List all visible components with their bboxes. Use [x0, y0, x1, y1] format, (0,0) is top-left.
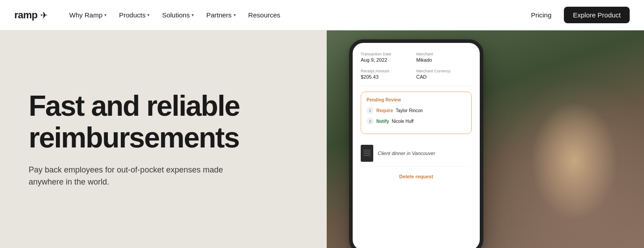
receipt-thumbnail — [361, 145, 373, 162]
pending-review-box: Pending Review 1 Require Taylor Rincon 2… — [361, 92, 472, 134]
chevron-down-icon: ▾ — [234, 13, 236, 17]
pricing-link[interactable]: Pricing — [525, 8, 557, 22]
logo-text: ramp — [14, 9, 38, 21]
pending-title: Pending Review — [367, 97, 466, 102]
nav-item-partners[interactable]: Partners ▾ — [201, 8, 241, 22]
pending-item-2: 2 Notify Nicole Huff — [367, 118, 466, 125]
receipt-description: Client dinner in Vancouver — [378, 151, 435, 156]
chevron-down-icon: ▾ — [147, 13, 149, 17]
phone-row-top: Transaction Date Aug 9, 2022 Merchant Mi… — [361, 52, 472, 63]
pending-action-require: Require — [376, 108, 393, 113]
hero-section: Fast and reliable reimbursements Pay bac… — [0, 30, 644, 248]
hero-right: Transaction Date Aug 9, 2022 Merchant Mi… — [327, 30, 644, 248]
pending-action-notify: Notify — [376, 119, 389, 124]
hero-left: Fast and reliable reimbursements Pay bac… — [0, 30, 327, 248]
nav-item-solutions[interactable]: Solutions ▾ — [157, 8, 199, 22]
chevron-down-icon: ▾ — [192, 13, 194, 17]
pending-person-1: Taylor Rincon — [396, 108, 423, 113]
phone-receipt-amount: Receipt Amount $205.43 — [361, 69, 416, 80]
phone-merchant-currency: Merchant Currency CAD — [416, 69, 472, 80]
receipt-row: Client dinner in Vancouver — [361, 140, 472, 167]
logo[interactable]: ramp ✈ — [14, 9, 48, 21]
phone-mockup: Transaction Date Aug 9, 2022 Merchant Mi… — [349, 39, 483, 248]
chevron-down-icon: ▾ — [104, 13, 107, 17]
nav-item-products[interactable]: Products ▾ — [114, 8, 155, 22]
nav-links: Why Ramp ▾ Products ▾ Solutions ▾ Partne… — [64, 8, 526, 22]
pending-item-1: 1 Require Taylor Rincon — [367, 107, 466, 114]
pending-num-1: 1 — [367, 107, 374, 114]
navbar: ramp ✈ Why Ramp ▾ Products ▾ Solutions ▾… — [0, 0, 644, 30]
hero-subtitle: Pay back employees for out-of-pocket exp… — [29, 164, 226, 188]
explore-product-button[interactable]: Explore Product — [564, 7, 630, 23]
hero-title: Fast and reliable reimbursements — [29, 90, 298, 153]
phone-divider — [361, 86, 472, 86]
pending-person-2: Nicole Huff — [392, 119, 414, 124]
phone-merchant: Merchant Mikado — [416, 52, 472, 63]
phone-transaction-date: Transaction Date Aug 9, 2022 — [361, 52, 416, 63]
nav-right: Pricing Explore Product — [525, 7, 630, 23]
phone-row-amount: Receipt Amount $205.43 Merchant Currency… — [361, 69, 472, 80]
logo-icon: ✈ — [40, 10, 48, 21]
delete-request-button[interactable]: Delete request — [361, 171, 472, 182]
nav-item-why-ramp[interactable]: Why Ramp ▾ — [64, 8, 112, 22]
nav-item-resources[interactable]: Resources — [243, 8, 286, 22]
receipt-lines-icon — [363, 150, 371, 157]
pending-num-2: 2 — [367, 118, 374, 125]
